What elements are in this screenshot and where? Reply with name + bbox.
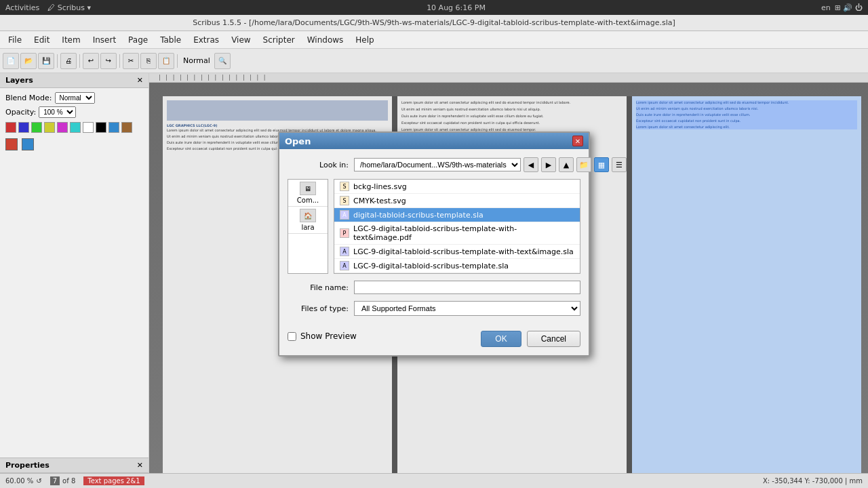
filename-input[interactable] [354, 281, 580, 294]
filetype-select[interactable]: All Supported Formats Scribus Files (*.s… [354, 301, 580, 316]
files-list: S bckg-lines.svg S CMYK-test.svg A digit… [334, 179, 580, 274]
filetype-label: Files of type: [288, 304, 349, 313]
file-name-3: LGC-9-digital-tabloid-scribus-template-w… [353, 224, 574, 242]
bookmarks-panel: 🖥 Com... 🏠 lara [288, 179, 328, 274]
dialog-close-button[interactable]: ✕ [572, 136, 583, 146]
filetype-row: Files of type: All Supported Formats Scr… [288, 301, 580, 316]
nav-listview-button[interactable]: ▦ [594, 157, 609, 172]
dialog-title-bar: Open ✕ [279, 133, 589, 149]
bookmark-home-label: lara [301, 224, 314, 231]
file-item-0[interactable]: S bckg-lines.svg [334, 180, 580, 194]
show-preview-row: Show Preview [288, 331, 357, 341]
lookin-controls: /home/lara/Document...WS/9th-ws-material… [354, 157, 627, 172]
file-name-5: LGC-9-digital-tabloid-scribus-template.s… [353, 262, 509, 270]
nav-up-button[interactable]: ▲ [559, 157, 574, 172]
nav-forward-button[interactable]: ▶ [541, 157, 556, 172]
bookmark-computer-label: Com... [297, 197, 319, 204]
file-name-4: LGC-9-digital-tabloid-scribus-template-w… [353, 247, 574, 256]
open-dialog: Open ✕ Look in: /home/lara/Document...WS… [278, 131, 590, 357]
dialog-buttons: OK Cancel [481, 331, 580, 347]
nav-newfolder-button[interactable]: 📁 [576, 157, 591, 172]
file-name-0: bckg-lines.svg [353, 182, 407, 191]
file-icon-sla-4: A [340, 247, 349, 256]
home-icon: 🏠 [300, 209, 316, 222]
show-preview-label[interactable]: Show Preview [300, 331, 357, 341]
dialog-overlay: Open ✕ Look in: /home/lara/Document...WS… [0, 0, 868, 488]
cancel-button[interactable]: Cancel [527, 331, 580, 347]
lookin-select[interactable]: /home/lara/Document...WS/9th-ws-material… [354, 158, 521, 171]
file-item-5[interactable]: A LGC-9-digital-tabloid-scribus-template… [334, 259, 580, 273]
file-icon-svg-1: S [340, 196, 349, 205]
file-name-1: CMYK-test.svg [353, 197, 406, 205]
file-item-2[interactable]: A digital-tabloid-scribus-template.sla [334, 208, 580, 222]
computer-icon: 🖥 [300, 182, 316, 195]
bookmark-computer[interactable]: 🖥 Com... [288, 180, 328, 207]
dialog-title: Open [285, 136, 311, 146]
file-item-3[interactable]: P LGC-9-digital-tabloid-scribus-template… [334, 222, 580, 245]
file-item-4[interactable]: A LGC-9-digital-tabloid-scribus-template… [334, 245, 580, 259]
show-preview-checkbox[interactable] [288, 332, 296, 341]
ok-button[interactable]: OK [481, 331, 521, 347]
file-icon-sla-5: A [340, 261, 349, 270]
file-item-1[interactable]: S CMYK-test.svg [334, 194, 580, 208]
filename-label: File name: [288, 283, 349, 292]
bookmark-home[interactable]: 🏠 lara [288, 207, 328, 234]
nav-back-button[interactable]: ◀ [524, 157, 538, 172]
lookin-label: Look in: [288, 161, 349, 169]
filename-row: File name: [288, 281, 580, 294]
dialog-body: Look in: /home/lara/Document...WS/9th-ws… [279, 149, 589, 355]
lookin-row: Look in: /home/lara/Document...WS/9th-ws… [288, 157, 580, 172]
file-icon-pdf-3: P [340, 228, 349, 238]
file-icon-svg-0: S [340, 182, 349, 191]
nav-detailview-button[interactable]: ☰ [612, 157, 627, 172]
file-browser: 🖥 Com... 🏠 lara S bckg-lines.svg [288, 179, 580, 274]
file-name-2: digital-tabloid-scribus-template.sla [353, 211, 484, 220]
file-icon-sla-2: A [340, 210, 349, 220]
